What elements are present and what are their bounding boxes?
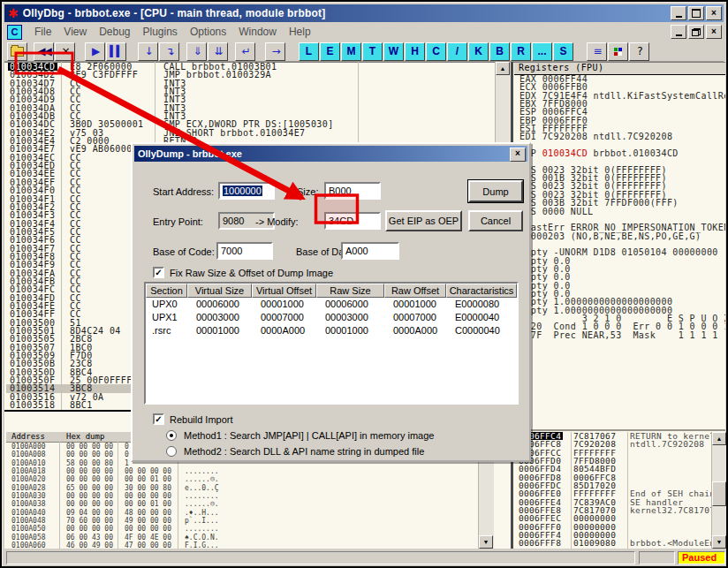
hexdump-row[interactable]: 0100A02000 00 00 0000 00 01 00......☺. xyxy=(6,475,478,483)
register-line[interactable]: EIP 010034CD brbbot.010034CD xyxy=(514,149,725,157)
menu-help[interactable]: Help xyxy=(283,26,317,38)
section-cell: 00007000 xyxy=(252,311,316,324)
scroll-up-button[interactable]: ▲ xyxy=(712,432,726,445)
mdi-minimize-button[interactable] xyxy=(671,25,686,39)
cancel-button[interactable]: Cancel xyxy=(468,210,523,231)
cpu-window-icon[interactable]: C xyxy=(7,25,22,40)
mdi-close-button[interactable]: × xyxy=(706,25,722,39)
animate-over-button[interactable]: ⇊ xyxy=(208,42,228,61)
menu-plugins[interactable]: Plugins xyxy=(137,26,184,38)
section-cell: .rsrc xyxy=(146,324,187,337)
table-header-raw-offset[interactable]: Raw Offset xyxy=(384,284,446,298)
menu-view[interactable]: View xyxy=(57,26,93,38)
hexdump-row[interactable]: 0100A03800 00 00 0000 00 01 00......☺. xyxy=(6,500,478,508)
get-eip-as-oep-button[interactable]: Get EIP as OEP xyxy=(385,210,462,231)
go-to-button[interactable]: → xyxy=(265,42,285,61)
pane-divider[interactable] xyxy=(513,429,725,431)
table-header-raw-size[interactable]: Raw Size xyxy=(316,284,384,298)
hex-bytes: 30 00 00 80 xyxy=(125,484,171,492)
pause-button[interactable]: ▍▍ xyxy=(106,42,126,61)
modify-field[interactable]: 34CD xyxy=(324,212,381,230)
scroll-down-button[interactable]: ▼ xyxy=(479,535,493,549)
hex-address: 0100A008 xyxy=(11,451,46,458)
view-w-button[interactable]: W xyxy=(383,42,404,61)
dialog-close-button[interactable]: × xyxy=(510,148,526,162)
open-button[interactable] xyxy=(7,42,27,61)
status-message-panel xyxy=(6,551,635,564)
hexdump-row[interactable]: 0100A04870 60 00 0049 00 00 00p`..I... xyxy=(6,517,478,525)
menu-options[interactable]: Options xyxy=(184,26,232,38)
view-k-button[interactable]: K xyxy=(468,42,489,61)
appearance-button[interactable] xyxy=(608,42,628,61)
mdi-restore-button[interactable] xyxy=(688,25,704,39)
base-of-code-field[interactable]: 7000 xyxy=(216,242,273,260)
rebuild-import-checkbox[interactable]: ✓ xyxy=(153,413,164,425)
scrollbar-thumb[interactable] xyxy=(712,481,726,506)
register-line[interactable]: 027F Prec NEAR,53 Mask 1 1 1 1 xyxy=(514,331,725,339)
step-into-button[interactable]: ↓ xyxy=(138,42,158,61)
hexdump-row[interactable]: 0100A05806 00 43 004F 00 4E 00♠.C.O.N. xyxy=(6,534,478,541)
windows-list-button[interactable]: ≡ xyxy=(587,42,607,61)
entry-point-label: Entry Point: xyxy=(153,216,203,227)
view-m-button[interactable]: M xyxy=(341,42,361,61)
close-program-button[interactable]: × xyxy=(55,42,75,61)
fix-raw-size-checkbox[interactable]: ✓ xyxy=(153,267,164,278)
stack-row[interactable]: 0006FFFC00000000 xyxy=(514,548,711,549)
section-row[interactable]: UPX000006000000010000000600000001000E000… xyxy=(146,298,517,311)
hex-bytes: 00 00 00 00 xyxy=(125,492,171,500)
view-b-button[interactable]: B xyxy=(489,42,510,61)
table-header-virtual-offset[interactable]: Virtual Offset xyxy=(252,284,316,298)
hexdump-row[interactable]: 0100A06046 00 49 0047 00 00 00F.I.G... xyxy=(6,541,478,549)
view-t-button[interactable]: T xyxy=(362,42,383,61)
table-header-section[interactable]: Section xyxy=(146,284,187,298)
hexdump-row[interactable]: 0100A05000 00 00 0000 00 00 00........ xyxy=(6,525,478,533)
size-field[interactable]: B000 xyxy=(324,182,381,200)
menu-debug[interactable]: Debug xyxy=(93,26,136,38)
view-c-button[interactable]: C xyxy=(426,42,446,61)
run-button[interactable]: ▶ xyxy=(85,42,105,61)
hexdump-row[interactable]: 0100A02865 00 00 0030 00 00 80e...0..Ç xyxy=(6,484,478,492)
register-line[interactable]: EDI 7C920208 ntdll.7C920208 xyxy=(514,133,725,140)
restart-button[interactable]: ◀◀ xyxy=(34,42,54,61)
view-e-button[interactable]: E xyxy=(320,42,340,61)
view-s-button[interactable]: S xyxy=(553,42,573,61)
stack-scrollbar[interactable]: ▲ ▼ xyxy=(711,432,726,549)
section-cell: 00001000 xyxy=(187,324,252,337)
view-patches-button[interactable]: / xyxy=(447,42,467,61)
hexdump-row[interactable]: 0100A03000 00 00 0000 00 00 00........ xyxy=(6,492,478,500)
minimize-button[interactable] xyxy=(671,6,686,20)
help-button[interactable]: ? xyxy=(629,42,649,61)
dump-button[interactable]: Dump xyxy=(468,180,523,202)
menu-window[interactable]: Window xyxy=(232,26,283,38)
hexdump-row[interactable]: 0100A01800 00 00 0000 00 00 00........ xyxy=(6,467,478,475)
hex-ascii: ........ xyxy=(185,492,219,500)
section-table[interactable]: SectionVirtual SizeVirtual OffsetRaw Siz… xyxy=(144,282,519,405)
view-h-button[interactable]: H xyxy=(405,42,425,61)
method1-radio[interactable] xyxy=(166,430,177,441)
register-line[interactable]: 00000203 (NO,B,NE,BE,NS,PO,GE,G) xyxy=(514,232,725,240)
table-header-virtual-size[interactable]: Virtual Size xyxy=(187,284,252,298)
view-more-button[interactable]: ... xyxy=(532,42,552,61)
column-separator[interactable] xyxy=(61,62,62,410)
start-address-field[interactable]: 1000000 xyxy=(218,182,275,200)
view-r-button[interactable]: R xyxy=(511,42,531,61)
section-row[interactable]: UPX100003000000070000000300000007000E000… xyxy=(146,311,517,324)
menu-file[interactable]: File xyxy=(28,26,57,38)
step-over-button[interactable]: ↴ xyxy=(159,42,179,61)
animate-into-button[interactable]: ⇓ xyxy=(186,42,207,61)
maximize-button[interactable] xyxy=(688,6,704,20)
table-header-charactaristics[interactable]: Charactaristics xyxy=(446,284,517,298)
base-of-data-field[interactable]: A000 xyxy=(341,242,399,260)
section-row[interactable]: .rsrc000010000000A000000010000000A000C00… xyxy=(146,324,517,337)
hexdump-row[interactable]: 0100A04009 04 00 0048 00 00 00.♦..H... xyxy=(6,509,478,517)
execute-till-return-button[interactable]: ↵ xyxy=(235,42,255,61)
dialog-title-bar[interactable]: OllyDump - brbbot.exe xyxy=(134,146,527,162)
scroll-down-button[interactable]: ▼ xyxy=(712,535,726,549)
view-l-button[interactable]: L xyxy=(299,42,319,61)
scroll-up-button[interactable]: ▲ xyxy=(496,62,510,75)
hex-bytes: 00 00 00 00 xyxy=(66,500,113,508)
register-line[interactable]: GS 0000 NULL xyxy=(514,208,725,216)
close-button[interactable]: × xyxy=(706,6,722,20)
stack-pane[interactable]: 0006FFC47C817067RETURN to kernel32.7C817… xyxy=(514,432,711,549)
method2-radio[interactable] xyxy=(166,446,177,457)
